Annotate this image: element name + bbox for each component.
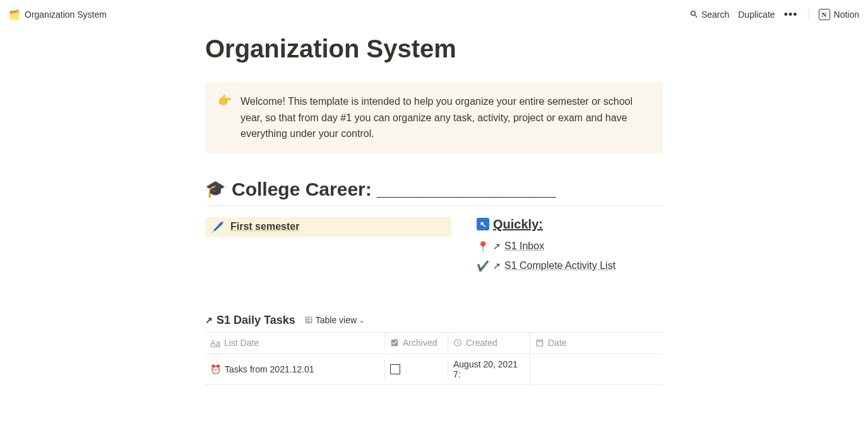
column-left: 🖊️ First semester <box>205 217 451 276</box>
quickly-heading[interactable]: ↖ Quickly: <box>477 217 663 232</box>
two-column-layout: 🖊️ First semester ↖ Quickly: 📍 ↗ S1 Inbo… <box>205 217 663 276</box>
database-header: ↗ S1 Daily Tasks Table view ⌄ <box>205 314 663 327</box>
column-right: ↖ Quickly: 📍 ↗ S1 Inbox ✔️ ↗ S1 Complete… <box>477 217 663 276</box>
duplicate-button[interactable]: Duplicate <box>738 9 775 20</box>
cell-date <box>530 364 663 374</box>
college-career-heading[interactable]: 🎓 College Career: _________________ <box>205 179 663 206</box>
cell-list-date-text: Tasks from 2021.12.01 <box>225 364 314 374</box>
title-property-icon: Aa <box>210 338 220 348</box>
breadcrumb-title: Organization System <box>25 9 107 20</box>
pen-icon: 🖊️ <box>211 221 224 233</box>
clock-property-icon <box>453 338 462 347</box>
cell-list-date[interactable]: ⏰ Tasks from 2021.12.01 <box>205 359 385 379</box>
cell-created-text: August 20, 2021 7: <box>453 359 525 379</box>
search-label: Search <box>701 9 729 20</box>
s1-inbox-label: S1 Inbox <box>504 241 544 252</box>
more-button[interactable]: ••• <box>784 9 798 20</box>
database-title[interactable]: ↗ S1 Daily Tasks <box>205 314 295 327</box>
breadcrumb[interactable]: 🗂️ Organization System <box>9 9 107 20</box>
search-icon <box>689 9 699 19</box>
topbar-actions: Search Duplicate ••• N Notion <box>689 9 859 20</box>
column-created[interactable]: Created <box>448 333 530 353</box>
search-button[interactable]: Search <box>689 9 729 20</box>
table-icon <box>304 316 313 324</box>
more-icon: ••• <box>784 9 798 20</box>
column-archived-label: Archived <box>403 338 437 348</box>
view-switcher[interactable]: Table view ⌄ <box>304 315 364 325</box>
cell-archived[interactable] <box>385 359 448 379</box>
link-arrow-icon: ↗ <box>493 261 501 271</box>
chevron-down-icon: ⌄ <box>359 317 364 324</box>
arrow-box-icon: ↖ <box>477 218 489 230</box>
calendar-property-icon <box>535 338 544 347</box>
duplicate-label: Duplicate <box>738 9 775 20</box>
callout-text: Welcome! This template is intended to he… <box>241 93 650 142</box>
s1-inbox-link[interactable]: 📍 ↗ S1 Inbox <box>477 237 663 256</box>
page-content: Organization System 👉 Welcome! This temp… <box>205 35 663 410</box>
welcome-callout[interactable]: 👉 Welcome! This template is intended to … <box>205 82 663 153</box>
cell-created: August 20, 2021 7: <box>448 354 530 384</box>
column-list-date[interactable]: Aa List Date <box>205 333 385 353</box>
table-header-row: Aa List Date Archived Created Date <box>205 333 663 354</box>
semester-label: First semester <box>230 221 299 232</box>
database-table: Aa List Date Archived Created Date ⏰ Tas… <box>205 332 663 385</box>
checkbox-property-icon <box>390 338 399 347</box>
page-title[interactable]: Organization System <box>205 35 663 63</box>
column-date[interactable]: Date <box>530 333 663 353</box>
pointing-hand-icon: 👉 <box>218 93 232 142</box>
column-archived[interactable]: Archived <box>385 333 448 353</box>
view-label: Table view <box>316 315 357 325</box>
breadcrumb-icon: 🗂️ <box>9 9 20 20</box>
pushpin-icon: 📍 <box>477 241 489 253</box>
archived-checkbox[interactable] <box>390 364 400 374</box>
quickly-label: Quickly: <box>493 217 543 232</box>
checkmark-icon: ✔️ <box>477 260 489 272</box>
graduation-cap-icon: 🎓 <box>205 179 225 199</box>
topbar: 🗂️ Organization System Search Duplicate … <box>0 0 868 28</box>
column-created-label: Created <box>466 338 497 348</box>
first-semester-block[interactable]: 🖊️ First semester <box>205 217 451 237</box>
divider <box>808 9 809 20</box>
column-date-label: Date <box>548 338 567 348</box>
link-arrow-icon: ↗ <box>205 315 213 325</box>
s1-complete-activity-link[interactable]: ✔️ ↗ S1 Complete Activity List <box>477 256 663 276</box>
database-title-text: S1 Daily Tasks <box>217 314 295 327</box>
notion-link[interactable]: N Notion <box>819 9 859 20</box>
column-list-date-label: List Date <box>224 338 259 348</box>
s1-complete-activity-label: S1 Complete Activity List <box>504 260 615 271</box>
table-row[interactable]: ⏰ Tasks from 2021.12.01 August 20, 2021 … <box>205 354 663 385</box>
alarm-clock-icon: ⏰ <box>210 364 221 374</box>
notion-logo-icon: N <box>819 9 830 20</box>
link-arrow-icon: ↗ <box>493 241 501 251</box>
section-heading-text: College Career: _________________ <box>232 179 556 200</box>
notion-label: Notion <box>834 9 859 20</box>
